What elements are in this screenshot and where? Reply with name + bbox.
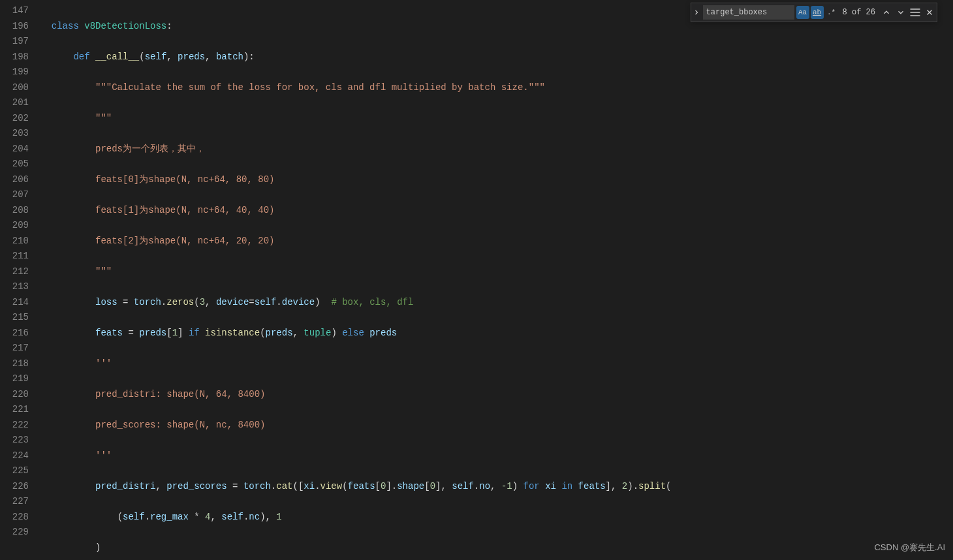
line-number[interactable]: 207 xyxy=(0,187,29,203)
find-in-selection-button[interactable] xyxy=(909,6,922,19)
match-whole-word-button[interactable]: ab xyxy=(811,6,824,19)
line-number[interactable]: 206 xyxy=(0,172,29,188)
line-number[interactable]: 227 xyxy=(0,494,29,510)
line-number[interactable]: 217 xyxy=(0,341,29,356)
line-number[interactable]: 205 xyxy=(0,157,29,172)
line-number[interactable]: 228 xyxy=(0,510,29,525)
line-number[interactable]: 216 xyxy=(0,326,29,341)
line-number[interactable]: 229 xyxy=(0,525,29,540)
code-line[interactable]: feats[0]为shape(N, nc+64, 80, 80) xyxy=(40,172,953,188)
code-line[interactable]: feats[2]为shape(N, nc+64, 20, 20) xyxy=(40,234,953,249)
line-number[interactable]: 198 xyxy=(0,50,29,65)
line-number[interactable]: 197 xyxy=(0,34,29,50)
line-number[interactable]: 224 xyxy=(0,448,29,464)
line-number[interactable]: 202 xyxy=(0,111,29,127)
line-number[interactable]: 199 xyxy=(0,65,29,80)
line-number[interactable]: 222 xyxy=(0,418,29,433)
code-area[interactable]: class v8DetectionLoss: def __call__(self… xyxy=(40,0,953,560)
search-input[interactable] xyxy=(703,5,794,20)
code-line[interactable]: pred_distri, pred_scores = torch.cat([xi… xyxy=(40,479,953,495)
code-line[interactable]: preds为一个列表，其中， xyxy=(40,142,953,157)
previous-match-button[interactable] xyxy=(880,6,893,19)
line-number[interactable]: 211 xyxy=(0,249,29,264)
line-number[interactable]: 200 xyxy=(0,80,29,96)
line-number[interactable]: 213 xyxy=(0,279,29,295)
code-line[interactable]: """ xyxy=(40,264,953,280)
line-number[interactable]: 212 xyxy=(0,264,29,280)
line-number[interactable]: 204 xyxy=(0,142,29,157)
line-number[interactable]: 220 xyxy=(0,387,29,403)
match-case-button[interactable]: Aa xyxy=(796,6,809,19)
code-line[interactable]: feats[1]为shape(N, nc+64, 40, 40) xyxy=(40,203,953,219)
code-line[interactable]: (self.reg_max * 4, self.nc), 1 xyxy=(40,510,953,525)
line-number[interactable]: 209 xyxy=(0,218,29,234)
line-number[interactable]: 214 xyxy=(0,295,29,311)
next-match-button[interactable] xyxy=(894,6,907,19)
line-number[interactable]: 215 xyxy=(0,310,29,326)
line-number[interactable]: 147 xyxy=(0,3,29,19)
close-search-button[interactable] xyxy=(923,6,936,19)
line-number[interactable]: 218 xyxy=(0,356,29,372)
line-number[interactable]: 208 xyxy=(0,203,29,219)
line-number[interactable]: 219 xyxy=(0,371,29,387)
line-number[interactable]: 223 xyxy=(0,433,29,448)
code-line[interactable]: ''' xyxy=(40,356,953,372)
line-number[interactable]: 225 xyxy=(0,463,29,479)
code-line[interactable]: pred_scores: shape(N, nc, 8400) xyxy=(40,418,953,433)
toggle-replace-button[interactable] xyxy=(691,3,702,22)
code-line[interactable]: """Calculate the sum of the loss for box… xyxy=(40,80,953,96)
line-number[interactable]: 226 xyxy=(0,479,29,495)
line-number[interactable]: 201 xyxy=(0,95,29,111)
code-line[interactable]: pred_distri: shape(N, 64, 8400) xyxy=(40,387,953,403)
search-result-count: 8 of 26 xyxy=(843,8,875,17)
code-line[interactable]: feats = preds[1] if isinstance(preds, tu… xyxy=(40,326,953,341)
use-regex-button[interactable]: .* xyxy=(825,6,838,19)
code-line[interactable]: ''' xyxy=(40,448,953,464)
code-line[interactable]: """ xyxy=(40,111,953,127)
line-number[interactable]: 196 xyxy=(0,19,29,35)
code-editor: 147 196 197 198 199 200 201 202 203 204 … xyxy=(0,0,953,560)
code-line[interactable]: def __call__(self, preds, batch): xyxy=(40,50,953,65)
line-number[interactable]: 221 xyxy=(0,402,29,418)
line-number[interactable] xyxy=(0,540,29,556)
line-number-gutter: 147 196 197 198 199 200 201 202 203 204 … xyxy=(0,0,40,560)
line-number[interactable]: 203 xyxy=(0,126,29,142)
code-line[interactable]: loss = torch.zeros(3, device=self.device… xyxy=(40,295,953,311)
line-number[interactable]: 210 xyxy=(0,234,29,249)
find-widget: Aa ab .* 8 of 26 xyxy=(691,3,937,22)
watermark-text: CSDN @赛先生.AI xyxy=(874,542,945,553)
code-line[interactable]: ) xyxy=(40,540,953,556)
